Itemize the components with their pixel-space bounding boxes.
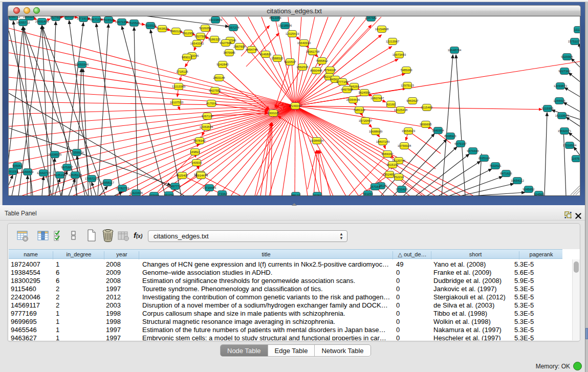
svg-text:14055712: 14055712 <box>16 21 30 24</box>
svg-text:5220537: 5220537 <box>284 60 296 63</box>
svg-text:8427552: 8427552 <box>209 89 221 92</box>
svg-text:9327505: 9327505 <box>194 35 207 38</box>
svg-text:1615152: 1615152 <box>386 163 399 166</box>
svg-text:12093872: 12093872 <box>554 84 568 87</box>
svg-text:9245652: 9245652 <box>522 188 535 191</box>
svg-text:9699695: 9699695 <box>420 123 432 126</box>
svg-text:2718126: 2718126 <box>176 70 188 73</box>
svg-text:20206535: 20206535 <box>48 153 62 156</box>
svg-text:88123: 88123 <box>292 194 300 196</box>
svg-text:12353594: 12353594 <box>200 125 213 128</box>
svg-text:9327505: 9327505 <box>220 41 232 45</box>
svg-text:7986322: 7986322 <box>353 108 365 112</box>
svg-text:15692971: 15692971 <box>558 129 572 133</box>
svg-text:17359924: 17359924 <box>70 151 84 154</box>
svg-text:8186323: 8186323 <box>208 38 221 41</box>
svg-text:7625402: 7625402 <box>176 174 188 177</box>
svg-text:12505135: 12505135 <box>69 173 82 177</box>
svg-text:252214: 252214 <box>394 176 404 179</box>
svg-text:16648784: 16648784 <box>448 49 462 52</box>
svg-text:19384554: 19384554 <box>310 139 324 142</box>
svg-text:14055712: 14055712 <box>9 16 20 18</box>
svg-text:16210643: 16210643 <box>555 114 569 117</box>
svg-text:2588520: 2588520 <box>271 57 284 60</box>
svg-text:19654923: 19654923 <box>402 129 416 133</box>
svg-text:173342: 173342 <box>217 192 228 195</box>
svg-text:10025438: 10025438 <box>394 108 408 112</box>
svg-text:9975887: 9975887 <box>61 166 73 169</box>
svg-text:12975115: 12975115 <box>401 84 415 87</box>
svg-text:10654112: 10654112 <box>511 179 525 182</box>
svg-text:8960124: 8960124 <box>170 30 182 33</box>
svg-text:417004: 417004 <box>206 102 217 105</box>
svg-text:10553267: 10553267 <box>23 16 37 18</box>
svg-text:2967608: 2967608 <box>233 45 246 48</box>
svg-text:1562615: 1562615 <box>296 65 309 69</box>
svg-text:8471626: 8471626 <box>500 172 512 175</box>
svg-text:923448: 923448 <box>149 194 160 196</box>
svg-text:2300225: 2300225 <box>267 112 279 115</box>
svg-text:29351: 29351 <box>313 194 322 196</box>
svg-text:1244415: 1244415 <box>553 99 565 102</box>
svg-text:19218506: 19218506 <box>278 24 292 27</box>
svg-text:17240007: 17240007 <box>289 104 302 107</box>
svg-text:9146821: 9146821 <box>259 53 272 56</box>
svg-text:8813054: 8813054 <box>269 16 281 19</box>
svg-text:7515526: 7515526 <box>102 18 115 21</box>
svg-text:9463627: 9463627 <box>406 99 419 102</box>
svg-text:7955812: 7955812 <box>316 59 328 62</box>
svg-text:3215955: 3215955 <box>541 107 554 110</box>
svg-text:9457771: 9457771 <box>169 185 181 188</box>
svg-text:989013: 989013 <box>182 56 192 59</box>
svg-text:3875685: 3875685 <box>223 51 235 54</box>
svg-text:16033809: 16033809 <box>209 18 223 21</box>
svg-text:2087682: 2087682 <box>365 16 377 19</box>
svg-text:20053346: 20053346 <box>75 63 89 66</box>
svg-text:16154808: 16154808 <box>375 28 389 31</box>
svg-text:10671355: 10671355 <box>115 20 129 24</box>
svg-text:12942737: 12942737 <box>37 171 51 174</box>
svg-text:116753: 116753 <box>571 157 580 160</box>
svg-text:8912954: 8912954 <box>182 32 194 35</box>
svg-text:12213369: 12213369 <box>172 85 186 88</box>
svg-text:9329906: 9329906 <box>561 55 573 58</box>
svg-text:16914479: 16914479 <box>194 174 208 177</box>
svg-text:10807487: 10807487 <box>371 97 384 100</box>
svg-text:15751074: 15751074 <box>568 40 580 43</box>
svg-text:7632621: 7632621 <box>489 164 502 167</box>
svg-text:7485063: 7485063 <box>400 69 412 72</box>
svg-text:140934: 140934 <box>191 161 202 164</box>
svg-text:9242843: 9242843 <box>216 63 229 66</box>
svg-text:9115460: 9115460 <box>421 106 433 109</box>
svg-text:10958117: 10958117 <box>101 181 115 184</box>
svg-text:10973493: 10973493 <box>393 53 406 56</box>
svg-text:17957223: 17957223 <box>85 177 99 180</box>
svg-text:1640954: 1640954 <box>432 129 444 132</box>
svg-text:3624554: 3624554 <box>358 91 371 94</box>
svg-text:6966160: 6966160 <box>63 16 75 18</box>
svg-text:1527602: 1527602 <box>50 16 62 19</box>
svg-text:1145194: 1145194 <box>54 173 67 177</box>
svg-text:15640910: 15640910 <box>297 41 311 45</box>
svg-text:62160: 62160 <box>387 103 396 106</box>
svg-text:435061: 435061 <box>12 164 23 167</box>
svg-text:20364436: 20364436 <box>346 98 360 101</box>
svg-text:391191: 391191 <box>9 170 18 173</box>
svg-text:8454749: 8454749 <box>246 48 258 51</box>
svg-text:9684067: 9684067 <box>381 152 394 156</box>
svg-text:2803144: 2803144 <box>213 76 225 79</box>
svg-text:931154: 931154 <box>363 192 373 195</box>
svg-text:11923406: 11923406 <box>129 191 143 194</box>
svg-text:12213967: 12213967 <box>386 40 400 43</box>
svg-text:16543362: 16543362 <box>190 42 204 45</box>
svg-text:16107553: 16107553 <box>170 101 184 104</box>
svg-text:9227342: 9227342 <box>558 70 571 73</box>
svg-text:931154: 931154 <box>164 193 174 196</box>
svg-text:10719155: 10719155 <box>77 17 91 20</box>
svg-text:9474444: 9474444 <box>467 149 479 152</box>
svg-text:2935114: 2935114 <box>478 157 491 160</box>
svg-text:6794028: 6794028 <box>324 69 336 72</box>
svg-text:7663822: 7663822 <box>156 27 168 30</box>
svg-text:8578342: 8578342 <box>193 139 206 142</box>
svg-text:11123: 11123 <box>574 28 580 31</box>
